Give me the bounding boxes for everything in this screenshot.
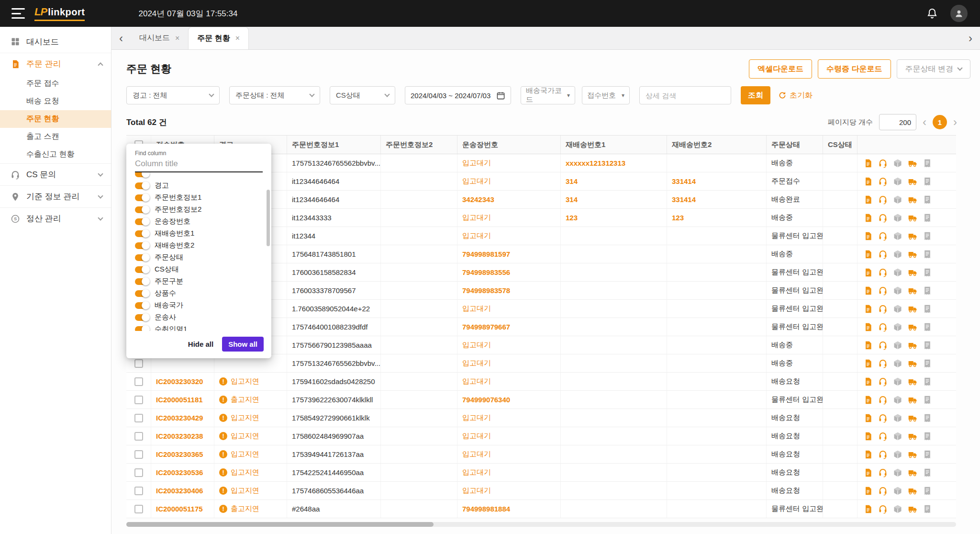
sidebar-section-2[interactable]: CS 문의 xyxy=(0,163,111,185)
document-icon[interactable] xyxy=(863,177,873,186)
cell-tracking-no[interactable]: 794998979667 xyxy=(457,318,561,336)
document-icon[interactable] xyxy=(863,231,873,241)
headset-icon[interactable] xyxy=(878,377,888,386)
cs-status-filter-select[interactable]: CS상태 xyxy=(330,86,395,104)
row-checkbox[interactable] xyxy=(134,396,143,404)
receipt-icon[interactable] xyxy=(923,250,932,259)
tab-scroll-left[interactable]: ‹ xyxy=(111,27,131,49)
toggle-switch-on[interactable] xyxy=(135,326,149,331)
tab-1[interactable]: 주문 현황× xyxy=(188,27,249,49)
headset-icon[interactable] xyxy=(878,250,888,259)
linkport-logo[interactable]: LP linkport xyxy=(34,6,85,21)
truck-icon[interactable] xyxy=(908,432,917,441)
headset-icon[interactable] xyxy=(878,504,888,514)
truck-icon[interactable] xyxy=(908,304,917,314)
per-page-input[interactable] xyxy=(879,114,916,130)
box-icon[interactable] xyxy=(893,504,902,514)
search-button[interactable]: 조회 xyxy=(741,86,770,104)
box-icon[interactable] xyxy=(893,177,902,186)
receipt-icon[interactable] xyxy=(923,468,932,477)
document-icon[interactable] xyxy=(863,359,873,368)
box-icon[interactable] xyxy=(893,486,902,496)
headset-icon[interactable] xyxy=(878,195,888,205)
receipt-icon[interactable] xyxy=(923,195,932,205)
toggle-item-0[interactable]: 경고 xyxy=(135,180,263,192)
document-icon[interactable] xyxy=(863,195,873,205)
prev-page-button[interactable]: ‹ xyxy=(923,116,926,128)
row-checkbox[interactable] xyxy=(134,450,143,459)
notification-bell-icon[interactable] xyxy=(926,8,938,19)
column-header-5[interactable]: 재배송번호1 xyxy=(561,136,667,154)
receipt-icon[interactable] xyxy=(923,395,932,405)
cell-tracking-no[interactable]: 794999076340 xyxy=(457,391,561,409)
column-header-8[interactable]: CS상태 xyxy=(823,136,858,154)
current-page-button[interactable]: 1 xyxy=(933,115,947,129)
sidebar-item-1-0[interactable]: 주문 접수 xyxy=(0,75,111,92)
receipt-icon[interactable] xyxy=(923,450,932,459)
document-icon[interactable] xyxy=(863,304,873,314)
receipt-icon[interactable] xyxy=(923,286,932,295)
document-icon[interactable] xyxy=(863,159,873,168)
toggle-item-7[interactable]: CS상태 xyxy=(135,263,263,275)
toggle-item-12[interactable]: 수취인명1 xyxy=(135,323,263,331)
box-icon[interactable] xyxy=(893,341,902,350)
truck-icon[interactable] xyxy=(908,359,917,368)
document-icon[interactable] xyxy=(863,322,873,332)
box-icon[interactable] xyxy=(893,432,902,441)
truck-icon[interactable] xyxy=(908,413,917,423)
row-checkbox[interactable] xyxy=(134,505,143,513)
toggle-item-9[interactable]: 상품수 xyxy=(135,287,263,299)
table-row-15[interactable]: IC2003230238!입고지연1758602484969907aa입고대기배… xyxy=(126,427,956,445)
date-range-picker[interactable]: 2024/04/03 ~ 2024/07/03 xyxy=(405,86,511,104)
truck-icon[interactable] xyxy=(908,268,917,277)
receipt-icon[interactable] xyxy=(923,359,932,368)
cell-tracking-no[interactable]: 34242343 xyxy=(457,191,561,208)
box-icon[interactable] xyxy=(893,413,902,423)
tab-close-icon[interactable]: × xyxy=(235,34,240,43)
box-icon[interactable] xyxy=(893,377,902,386)
sidebar-section-1[interactable]: 주문 관리 xyxy=(0,53,111,75)
document-icon[interactable] xyxy=(863,213,873,223)
tab-0[interactable]: 대시보드× xyxy=(131,27,188,49)
headset-icon[interactable] xyxy=(878,159,888,168)
table-row-19[interactable]: IC2000051175!출고지연#2648aa794998981884물류센터… xyxy=(126,500,956,518)
truck-icon[interactable] xyxy=(908,504,917,514)
hide-all-button[interactable]: Hide all xyxy=(188,340,213,348)
show-all-button[interactable]: Show all xyxy=(222,337,264,352)
toggle-switch-on[interactable] xyxy=(135,242,149,249)
truck-icon[interactable] xyxy=(908,322,917,332)
cell-tracking-no[interactable]: 794998981884 xyxy=(457,500,561,518)
box-icon[interactable] xyxy=(893,359,902,368)
document-icon[interactable] xyxy=(863,450,873,459)
toggle-item-6[interactable]: 주문상태 xyxy=(135,251,263,263)
truck-icon[interactable] xyxy=(908,395,917,405)
truck-icon[interactable] xyxy=(908,341,917,350)
toggle-switch[interactable] xyxy=(135,172,149,177)
box-icon[interactable] xyxy=(893,395,902,405)
toggle-switch-on[interactable] xyxy=(135,302,149,309)
row-checkbox[interactable] xyxy=(134,377,143,386)
toggle-item-5[interactable]: 재배송번호2 xyxy=(135,239,263,251)
headset-icon[interactable] xyxy=(878,304,888,314)
receipt-icon[interactable] xyxy=(923,322,932,332)
headset-icon[interactable] xyxy=(878,450,888,459)
truck-icon[interactable] xyxy=(908,468,917,477)
header-button-1[interactable]: 수령증 다운로드 xyxy=(818,59,891,79)
headset-icon[interactable] xyxy=(878,395,888,405)
horizontal-scrollbar-thumb[interactable] xyxy=(126,522,434,527)
table-row-16[interactable]: IC2003230365!입고지연1753949441726137aa입고대기배… xyxy=(126,445,956,464)
document-icon[interactable] xyxy=(863,468,873,477)
receipt-icon[interactable] xyxy=(923,304,932,314)
toggle-item-3[interactable]: 운송장번호 xyxy=(135,216,263,227)
toggle-item-2[interactable]: 주문번호정보2 xyxy=(135,204,263,216)
toggle-item-1[interactable]: 주문번호정보1 xyxy=(135,192,263,204)
toggle-switch-on[interactable] xyxy=(135,314,149,321)
headset-icon[interactable] xyxy=(878,468,888,477)
toggle-switch-on[interactable] xyxy=(135,194,149,201)
box-icon[interactable] xyxy=(893,304,902,314)
detail-search-input[interactable] xyxy=(639,86,731,104)
headset-icon[interactable] xyxy=(878,213,888,223)
box-icon[interactable] xyxy=(893,159,902,168)
cell-tracking-no[interactable]: 794998983578 xyxy=(457,282,561,299)
box-icon[interactable] xyxy=(893,468,902,477)
